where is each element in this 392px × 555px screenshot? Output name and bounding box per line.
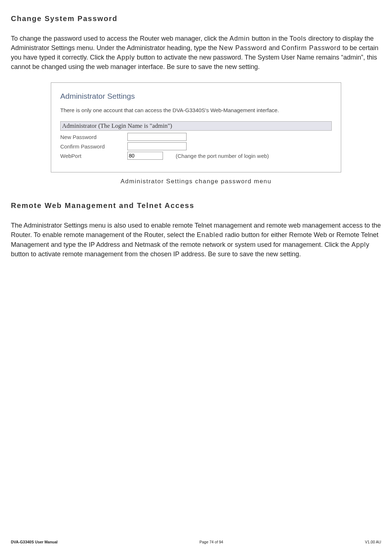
footer-right: V1.00 AU xyxy=(365,540,381,544)
box-title: Administrator Settings xyxy=(60,92,332,101)
hint-webport: (Change the port number of login web) xyxy=(176,153,269,159)
row-confirm-password: Confirm Password xyxy=(60,142,332,150)
heading-change-password: Change System Password xyxy=(11,15,381,23)
emph-apply: Apply xyxy=(117,54,135,61)
label-confirm-password: Confirm Password xyxy=(60,143,127,150)
emph-admin: Admin xyxy=(229,35,250,42)
footer-left: DVA-G3340S User Manual xyxy=(11,540,58,544)
emph-new-password: New Password xyxy=(219,44,267,52)
heading-remote-management: Remote Web Management and Telnet Access xyxy=(11,201,381,210)
admin-settings-box: Administrator Settings There is only one… xyxy=(51,82,341,172)
text: To change the password used to access th… xyxy=(11,35,229,42)
label-new-password: New Password xyxy=(60,134,127,140)
paragraph-remote-management: The Administrator Settings menu is also … xyxy=(11,221,381,258)
emph-enabled: Enabled xyxy=(197,231,223,238)
input-confirm-password[interactable] xyxy=(127,142,187,150)
subheader-administrator: Administrator (The Login Name is "admin"… xyxy=(60,121,332,131)
input-webport[interactable] xyxy=(127,152,163,160)
emph-apply-2: Apply xyxy=(351,241,369,248)
text: and xyxy=(267,44,281,52)
text: button in the xyxy=(250,35,289,42)
footer-center: Page 74 of 94 xyxy=(200,540,223,544)
page-footer: DVA-G3340S User Manual Page 74 of 94 V1.… xyxy=(11,540,381,544)
row-new-password: New Password xyxy=(60,133,332,141)
emph-confirm-password: Confirm Password xyxy=(281,44,340,52)
row-webport: WebPort (Change the port number of login… xyxy=(60,152,332,160)
text: button to activate remote management fro… xyxy=(11,250,301,258)
input-new-password[interactable] xyxy=(127,133,187,141)
paragraph-change-password: To change the password used to access th… xyxy=(11,34,381,72)
label-webport: WebPort xyxy=(60,153,127,159)
emph-tools: Tools xyxy=(289,35,306,42)
box-description: There is only one account that can acces… xyxy=(60,107,332,113)
figure-caption: Administrator Settings change password m… xyxy=(11,178,381,185)
